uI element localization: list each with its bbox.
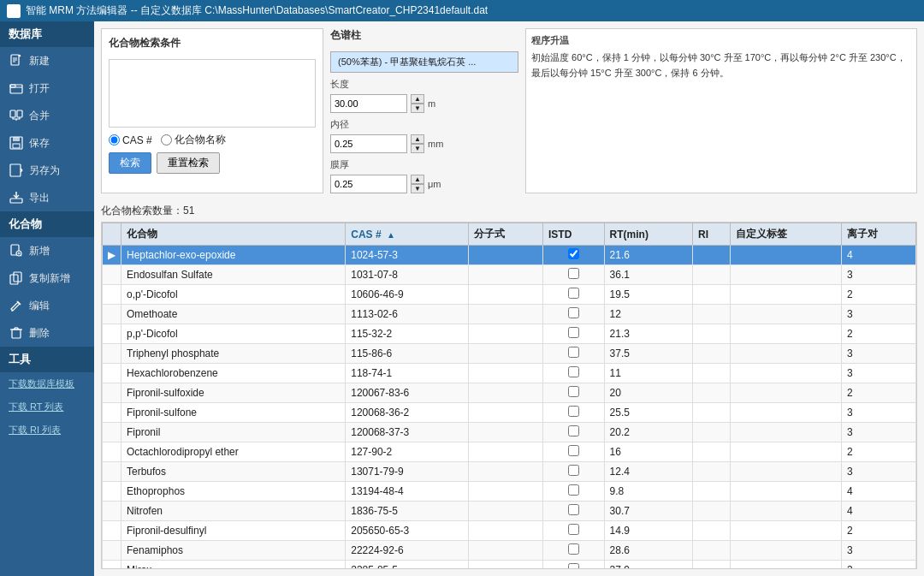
table-row[interactable]: p,p'-Dicofol115-32-221.32 xyxy=(103,324,916,344)
istd-checkbox[interactable] xyxy=(568,425,579,436)
istd-checkbox[interactable] xyxy=(568,465,579,476)
table-row[interactable]: Mirex2385-85-537.93 xyxy=(103,561,916,570)
film-thickness-input[interactable] xyxy=(330,175,407,193)
th-rt[interactable]: RT(min) xyxy=(604,223,693,246)
istd-checkbox[interactable] xyxy=(568,288,579,299)
th-name[interactable]: 化合物 xyxy=(121,223,346,246)
length-input[interactable] xyxy=(330,94,407,113)
film-thickness-label: 膜厚 xyxy=(330,158,518,171)
compound-table-container[interactable]: 化合物 CAS # ▲ 分子式 ISTD RT(min) RI 自定义标签 离子… xyxy=(101,222,917,569)
cas-radio[interactable] xyxy=(109,134,120,145)
row-istd[interactable] xyxy=(543,442,605,462)
row-istd[interactable] xyxy=(543,364,605,383)
sidebar-item-copy-new[interactable]: 复制新增 xyxy=(0,264,94,292)
th-istd[interactable]: ISTD xyxy=(543,223,605,246)
table-row[interactable]: ▶Heptachlor-exo-epoxide1024-57-321.64 xyxy=(103,246,916,265)
istd-checkbox[interactable] xyxy=(568,268,579,279)
table-row[interactable]: Octachlorodipropyl ether127-90-2162 xyxy=(103,442,916,462)
name-radio[interactable] xyxy=(161,134,172,145)
istd-checkbox[interactable] xyxy=(568,307,579,318)
row-formula xyxy=(469,383,543,403)
row-istd[interactable] xyxy=(543,403,605,423)
row-istd[interactable] xyxy=(543,246,605,265)
row-istd[interactable] xyxy=(543,305,605,324)
film-thickness-unit: μm xyxy=(428,179,441,189)
inner-diameter-down[interactable]: ▼ xyxy=(411,144,424,153)
row-istd[interactable] xyxy=(543,423,605,442)
istd-checkbox[interactable] xyxy=(568,445,579,456)
search-button[interactable]: 检索 xyxy=(109,152,151,174)
table-row[interactable]: Hexachlorobenzene118-74-1113 xyxy=(103,364,916,383)
istd-checkbox[interactable] xyxy=(568,524,579,535)
sidebar-item-merge[interactable]: 合并 xyxy=(0,102,94,129)
table-row[interactable]: Fenamiphos22224-92-628.63 xyxy=(103,541,916,561)
inner-diameter-up[interactable]: ▲ xyxy=(411,134,424,144)
istd-checkbox[interactable] xyxy=(568,563,579,569)
th-tag[interactable]: 自定义标签 xyxy=(731,223,842,246)
sidebar-item-add-compound[interactable]: 新增 xyxy=(0,237,94,264)
sidebar-link-download-rt[interactable]: 下载 RT 列表 xyxy=(0,395,94,419)
table-row[interactable]: Fipronil-desulfinyl205650-65-314.92 xyxy=(103,521,916,541)
row-istd[interactable] xyxy=(543,521,605,541)
istd-checkbox[interactable] xyxy=(568,484,579,496)
row-cas: 13071-79-9 xyxy=(346,462,469,482)
search-textarea[interactable] xyxy=(109,59,316,128)
row-istd[interactable] xyxy=(543,541,605,561)
row-istd[interactable] xyxy=(543,383,605,403)
inner-diameter-input[interactable] xyxy=(330,134,407,153)
length-down[interactable]: ▼ xyxy=(411,104,424,113)
sidebar-item-open[interactable]: 打开 xyxy=(0,74,94,102)
row-rt: 25.5 xyxy=(604,403,693,423)
sidebar-link-download-template[interactable]: 下载数据库模板 xyxy=(0,372,94,395)
row-ions: 3 xyxy=(842,344,916,364)
th-arrow xyxy=(103,223,121,246)
table-row[interactable]: Nitrofen1836-75-530.74 xyxy=(103,502,916,521)
sidebar-item-save-label: 保存 xyxy=(29,136,50,151)
table-row[interactable]: Fipronil-sulfone120068-36-225.53 xyxy=(103,403,916,423)
istd-checkbox[interactable] xyxy=(568,386,579,397)
film-thickness-up[interactable]: ▲ xyxy=(411,175,424,184)
th-cas[interactable]: CAS # ▲ xyxy=(346,223,469,246)
sidebar-item-export[interactable]: 导出 xyxy=(0,184,94,211)
table-row[interactable]: Omethoate1113-02-6123 xyxy=(103,305,916,324)
row-istd[interactable] xyxy=(543,462,605,482)
table-row[interactable]: o,p'-Dicofol10606-46-919.52 xyxy=(103,285,916,305)
name-radio-label[interactable]: 化合物名称 xyxy=(161,133,226,147)
istd-checkbox[interactable] xyxy=(568,543,579,555)
cas-radio-label[interactable]: CAS # xyxy=(109,134,152,146)
length-up[interactable]: ▲ xyxy=(411,94,424,104)
row-istd[interactable] xyxy=(543,482,605,502)
table-row[interactable]: Triphenyl phosphate115-86-637.53 xyxy=(103,344,916,364)
row-istd[interactable] xyxy=(543,265,605,285)
row-istd[interactable] xyxy=(543,561,605,570)
istd-checkbox[interactable] xyxy=(568,406,579,417)
istd-checkbox[interactable] xyxy=(568,327,579,338)
sidebar-link-download-ri[interactable]: 下载 RI 列表 xyxy=(0,419,94,442)
sidebar-item-edit[interactable]: 编辑 xyxy=(0,292,94,319)
row-istd[interactable] xyxy=(543,324,605,344)
film-thickness-down[interactable]: ▼ xyxy=(411,184,424,193)
table-row[interactable]: Terbufos13071-79-912.43 xyxy=(103,462,916,482)
sidebar-item-delete[interactable]: 删除 xyxy=(0,319,94,347)
row-istd[interactable] xyxy=(543,285,605,305)
table-row[interactable]: Endosulfan Sulfate1031-07-836.13 xyxy=(103,265,916,285)
th-ri[interactable]: RI xyxy=(693,223,731,246)
reset-button[interactable]: 重置检索 xyxy=(157,152,220,174)
istd-checkbox[interactable] xyxy=(568,504,579,515)
istd-checkbox[interactable] xyxy=(568,248,579,259)
istd-checkbox[interactable] xyxy=(568,366,579,377)
istd-checkbox[interactable] xyxy=(568,347,579,358)
row-arrow xyxy=(103,285,121,305)
table-row[interactable]: Fipronil-sulfoxide120067-83-6202 xyxy=(103,383,916,403)
th-ions[interactable]: 离子对 xyxy=(842,223,916,246)
sidebar: 数据库 新建 打开 合并 保存 xyxy=(0,21,94,576)
sidebar-item-save[interactable]: 保存 xyxy=(0,129,94,157)
th-formula[interactable]: 分子式 xyxy=(469,223,543,246)
table-row[interactable]: Ethoprophos13194-48-49.84 xyxy=(103,482,916,502)
table-row[interactable]: Fipronil120068-37-320.23 xyxy=(103,423,916,442)
row-ri xyxy=(693,502,731,521)
sidebar-item-saveas[interactable]: 另存为 xyxy=(0,157,94,184)
sidebar-item-new[interactable]: 新建 xyxy=(0,47,94,74)
row-istd[interactable] xyxy=(543,344,605,364)
row-istd[interactable] xyxy=(543,502,605,521)
